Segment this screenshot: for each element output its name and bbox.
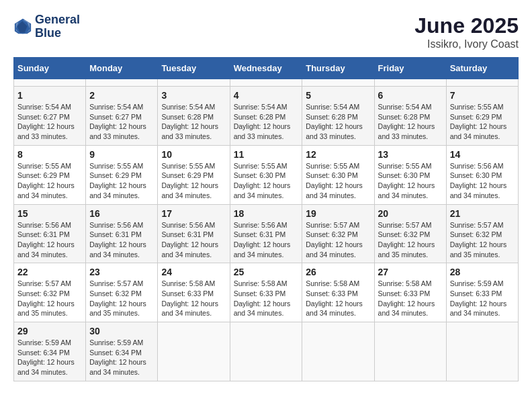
calendar-cell xyxy=(158,79,230,87)
calendar-cell: 1Sunrise: 5:54 AMSunset: 6:27 PMDaylight… xyxy=(14,87,86,146)
day-info: Sunrise: 5:57 AMSunset: 6:32 PMDaylight:… xyxy=(17,279,82,318)
header: General Blue June 2025 Issikro, Ivory Co… xyxy=(13,13,519,50)
day-number: 25 xyxy=(234,267,299,277)
calendar-cell: 8Sunrise: 5:55 AMSunset: 6:29 PMDaylight… xyxy=(14,145,86,204)
calendar-cell: 17Sunrise: 5:56 AMSunset: 6:31 PMDayligh… xyxy=(158,204,230,263)
day-info: Sunrise: 5:54 AMSunset: 6:27 PMDaylight:… xyxy=(17,102,82,142)
day-number: 28 xyxy=(450,267,515,277)
day-of-week-header: Tuesday xyxy=(158,58,230,79)
calendar-cell xyxy=(374,322,446,381)
day-info: Sunrise: 5:54 AMSunset: 6:28 PMDaylight:… xyxy=(378,102,443,142)
calendar-cell: 28Sunrise: 5:59 AMSunset: 6:33 PMDayligh… xyxy=(446,263,518,322)
day-number: 13 xyxy=(378,149,443,160)
calendar-week-row: 29Sunrise: 5:59 AMSunset: 6:34 PMDayligh… xyxy=(14,322,519,381)
day-number: 4 xyxy=(234,90,299,101)
calendar-cell: 20Sunrise: 5:57 AMSunset: 6:32 PMDayligh… xyxy=(374,204,446,263)
calendar-cell: 19Sunrise: 5:57 AMSunset: 6:32 PMDayligh… xyxy=(302,204,374,263)
calendar-cell xyxy=(446,79,518,87)
calendar-cell: 10Sunrise: 5:55 AMSunset: 6:29 PMDayligh… xyxy=(158,145,230,204)
calendar-week-row: 22Sunrise: 5:57 AMSunset: 6:32 PMDayligh… xyxy=(14,263,519,322)
day-of-week-header: Friday xyxy=(374,58,446,79)
day-number: 7 xyxy=(450,90,515,101)
day-info: Sunrise: 5:54 AMSunset: 6:28 PMDaylight:… xyxy=(234,102,299,142)
calendar-cell: 2Sunrise: 5:54 AMSunset: 6:27 PMDaylight… xyxy=(86,87,158,146)
calendar-header-row: SundayMondayTuesdayWednesdayThursdayFrid… xyxy=(14,58,519,79)
day-info: Sunrise: 5:54 AMSunset: 6:28 PMDaylight:… xyxy=(161,102,226,142)
day-number: 18 xyxy=(234,208,299,219)
calendar-cell: 9Sunrise: 5:55 AMSunset: 6:29 PMDaylight… xyxy=(86,145,158,204)
calendar-cell xyxy=(374,79,446,87)
day-of-week-header: Sunday xyxy=(14,58,86,79)
calendar-cell: 16Sunrise: 5:56 AMSunset: 6:31 PMDayligh… xyxy=(86,204,158,263)
calendar-cell: 7Sunrise: 5:55 AMSunset: 6:29 PMDaylight… xyxy=(446,87,518,146)
calendar-cell xyxy=(86,79,158,87)
day-of-week-header: Saturday xyxy=(446,58,518,79)
calendar-cell xyxy=(158,322,230,381)
day-info: Sunrise: 5:54 AMSunset: 6:28 PMDaylight:… xyxy=(306,102,370,142)
day-info: Sunrise: 5:55 AMSunset: 6:30 PMDaylight:… xyxy=(234,161,299,201)
day-of-week-header: Thursday xyxy=(302,58,374,79)
calendar-cell: 21Sunrise: 5:57 AMSunset: 6:32 PMDayligh… xyxy=(446,204,518,263)
calendar-week-row: 8Sunrise: 5:55 AMSunset: 6:29 PMDaylight… xyxy=(14,145,519,204)
day-number: 11 xyxy=(234,149,299,160)
calendar-table: SundayMondayTuesdayWednesdayThursdayFrid… xyxy=(13,57,519,381)
day-info: Sunrise: 5:59 AMSunset: 6:34 PMDaylight:… xyxy=(17,338,82,377)
day-number: 20 xyxy=(378,208,443,219)
calendar-cell: 13Sunrise: 5:55 AMSunset: 6:30 PMDayligh… xyxy=(374,145,446,204)
day-info: Sunrise: 5:57 AMSunset: 6:32 PMDaylight:… xyxy=(450,220,515,260)
logo-line1: General xyxy=(35,13,80,27)
calendar-cell: 5Sunrise: 5:54 AMSunset: 6:28 PMDaylight… xyxy=(302,87,374,146)
day-info: Sunrise: 5:55 AMSunset: 6:30 PMDaylight:… xyxy=(306,161,370,201)
title-area: June 2025 Issikro, Ivory Coast xyxy=(414,13,519,50)
calendar-week-row xyxy=(14,79,519,87)
day-number: 15 xyxy=(17,208,82,219)
day-info: Sunrise: 5:55 AMSunset: 6:29 PMDaylight:… xyxy=(161,161,226,201)
day-number: 16 xyxy=(89,208,154,219)
day-number: 30 xyxy=(89,326,154,336)
day-of-week-header: Monday xyxy=(86,58,158,79)
calendar-cell: 22Sunrise: 5:57 AMSunset: 6:32 PMDayligh… xyxy=(14,263,86,322)
day-number: 19 xyxy=(306,208,370,219)
day-info: Sunrise: 5:56 AMSunset: 6:31 PMDaylight:… xyxy=(234,220,299,260)
day-info: Sunrise: 5:55 AMSunset: 6:30 PMDaylight:… xyxy=(378,161,443,201)
calendar-cell: 14Sunrise: 5:56 AMSunset: 6:30 PMDayligh… xyxy=(446,145,518,204)
logo-text: General Blue xyxy=(35,13,80,40)
calendar-cell xyxy=(446,322,518,381)
day-info: Sunrise: 5:56 AMSunset: 6:30 PMDaylight:… xyxy=(450,161,515,201)
day-number: 5 xyxy=(306,90,370,101)
calendar-week-row: 1Sunrise: 5:54 AMSunset: 6:27 PMDaylight… xyxy=(14,87,519,146)
day-info: Sunrise: 5:57 AMSunset: 6:32 PMDaylight:… xyxy=(378,220,443,260)
logo: General Blue xyxy=(13,13,80,40)
day-number: 6 xyxy=(378,90,443,101)
logo-line2: Blue xyxy=(35,27,80,40)
calendar-cell xyxy=(302,79,374,87)
day-info: Sunrise: 5:58 AMSunset: 6:33 PMDaylight:… xyxy=(306,279,370,318)
day-of-week-header: Wednesday xyxy=(230,58,302,79)
day-info: Sunrise: 5:58 AMSunset: 6:33 PMDaylight:… xyxy=(234,279,299,318)
calendar-cell: 11Sunrise: 5:55 AMSunset: 6:30 PMDayligh… xyxy=(230,145,302,204)
calendar-cell: 24Sunrise: 5:58 AMSunset: 6:33 PMDayligh… xyxy=(158,263,230,322)
day-info: Sunrise: 5:54 AMSunset: 6:27 PMDaylight:… xyxy=(89,102,154,142)
day-number: 22 xyxy=(17,267,82,277)
calendar-cell: 15Sunrise: 5:56 AMSunset: 6:31 PMDayligh… xyxy=(14,204,86,263)
calendar-cell: 18Sunrise: 5:56 AMSunset: 6:31 PMDayligh… xyxy=(230,204,302,263)
day-number: 3 xyxy=(161,90,226,101)
page-subtitle: Issikro, Ivory Coast xyxy=(414,38,519,50)
day-info: Sunrise: 5:55 AMSunset: 6:29 PMDaylight:… xyxy=(17,161,82,201)
day-info: Sunrise: 5:59 AMSunset: 6:34 PMDaylight:… xyxy=(89,338,154,377)
day-number: 2 xyxy=(89,90,154,101)
day-number: 12 xyxy=(306,149,370,160)
calendar-cell: 27Sunrise: 5:58 AMSunset: 6:33 PMDayligh… xyxy=(374,263,446,322)
day-number: 9 xyxy=(89,149,154,160)
logo-icon xyxy=(13,17,32,36)
day-number: 21 xyxy=(450,208,515,219)
day-info: Sunrise: 5:57 AMSunset: 6:32 PMDaylight:… xyxy=(89,279,154,318)
day-number: 10 xyxy=(161,149,226,160)
calendar-cell: 23Sunrise: 5:57 AMSunset: 6:32 PMDayligh… xyxy=(86,263,158,322)
page-title: June 2025 xyxy=(414,13,519,38)
calendar-cell: 6Sunrise: 5:54 AMSunset: 6:28 PMDaylight… xyxy=(374,87,446,146)
calendar-cell xyxy=(230,79,302,87)
day-info: Sunrise: 5:56 AMSunset: 6:31 PMDaylight:… xyxy=(161,220,226,260)
calendar-cell xyxy=(302,322,374,381)
calendar-cell: 4Sunrise: 5:54 AMSunset: 6:28 PMDaylight… xyxy=(230,87,302,146)
